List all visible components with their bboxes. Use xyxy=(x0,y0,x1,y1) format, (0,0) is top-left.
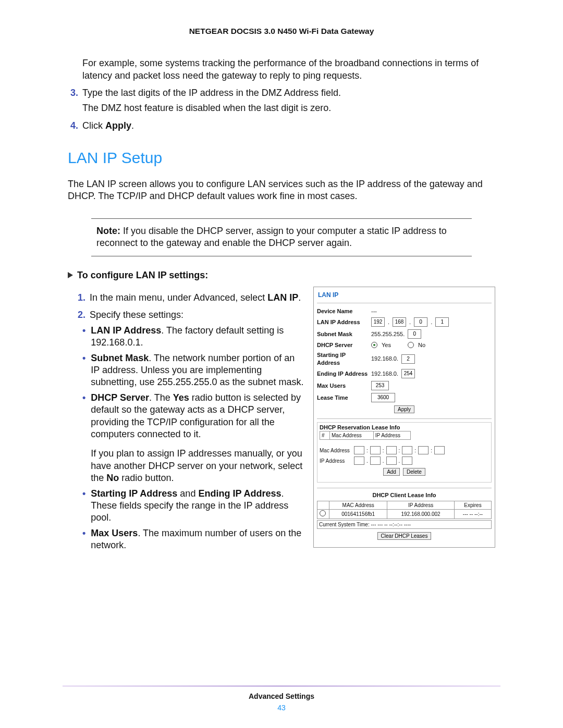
heading-lan-ip-setup: LAN IP Setup xyxy=(68,147,495,168)
s1-pre: In the main menu, under Advanced, select xyxy=(90,292,267,303)
ip-octet-3[interactable] xyxy=(414,317,427,327)
res-ip-3[interactable] xyxy=(386,456,397,465)
mac-6[interactable] xyxy=(434,446,445,454)
max-users-label: Max Users xyxy=(317,382,368,389)
b3-mid1: . The xyxy=(149,392,173,403)
b3-p2b: radio button. xyxy=(119,473,174,483)
task-heading-text: To configure LAN IP settings: xyxy=(77,269,208,281)
bullet-icon: • xyxy=(82,527,85,552)
mac-2[interactable] xyxy=(370,446,381,454)
row-lan-ip-address: LAN IP Address . . . xyxy=(317,317,492,327)
col-ip: IP Address xyxy=(373,431,410,440)
bullet-icon: • xyxy=(82,488,85,524)
end-ip-last[interactable] xyxy=(401,369,415,378)
start-ip-last[interactable] xyxy=(401,354,415,364)
col-hash: # xyxy=(320,431,330,440)
step-number: 1. xyxy=(75,292,85,304)
dhcp-yes-radio[interactable] xyxy=(371,342,377,348)
s2-text: Specify these settings: xyxy=(90,309,304,321)
client-ip: 192.168.000.002 xyxy=(387,510,455,519)
client-col-exp: Expires xyxy=(454,501,491,510)
system-time: Current System Time: --- --- -- --:--:--… xyxy=(317,520,492,529)
ip-octet-1[interactable] xyxy=(371,317,385,327)
add-button[interactable]: Add xyxy=(383,468,400,476)
dhcp-reservation-section: DHCP Reservation Lease Info # Mac Addres… xyxy=(317,422,492,483)
b4-bold2: Ending IP Address xyxy=(198,488,281,499)
bullet-icon: • xyxy=(82,352,85,389)
footer-rule xyxy=(63,686,500,686)
delete-button[interactable]: Delete xyxy=(403,468,425,476)
note-label: Note: xyxy=(96,226,120,236)
b3-p2-bold: No xyxy=(106,473,119,483)
step-4-bold: Apply xyxy=(105,120,131,131)
ip-octet-4[interactable] xyxy=(435,317,449,327)
step-4-pre: Click xyxy=(82,120,105,131)
b3-bold2: Yes xyxy=(173,392,189,403)
end-ip-label: Ending IP Address xyxy=(317,370,368,377)
end-ip-prefix: 192.168.0. xyxy=(371,370,398,377)
bullet-subnet-mask: • Subnet Mask. The network number portio… xyxy=(82,352,304,389)
apply-button[interactable]: Apply xyxy=(394,405,414,413)
row-starting-ip: Starting IP Address 192.168.0. xyxy=(317,351,492,366)
bullet-icon: • xyxy=(82,325,85,349)
subnet-prefix: 255.255.255. xyxy=(371,330,405,338)
s1-post: . xyxy=(298,292,301,303)
mac-address-row: Mac Address : : : : : xyxy=(320,446,489,454)
footer-section: Advanced Settings xyxy=(63,692,500,701)
client-col-ip: IP Address xyxy=(387,501,455,510)
mac-5[interactable] xyxy=(418,446,429,454)
row-dhcp-server: DHCP Server Yes No xyxy=(317,341,492,349)
mac-3[interactable] xyxy=(386,446,397,454)
dhcp-no-label: No xyxy=(418,341,425,349)
res-ip-label: IP Address xyxy=(320,458,352,464)
s1-bold: LAN IP xyxy=(267,292,298,303)
col-mac: Mac Address xyxy=(330,431,374,440)
page-footer: Advanced Settings 43 xyxy=(63,686,500,712)
arrow-icon xyxy=(68,272,73,278)
step-3-text: Type the last digits of the IP address i… xyxy=(82,87,495,99)
res-ip-1[interactable] xyxy=(354,456,364,465)
b5-bold: Max Users xyxy=(91,528,138,538)
lease-time-input[interactable] xyxy=(371,393,395,402)
client-mac: 001641156fb1 xyxy=(329,510,387,519)
row-ending-ip: Ending IP Address 192.168.0. xyxy=(317,369,492,378)
ip-octet-2[interactable] xyxy=(393,317,406,327)
row-lease-time: Lease Time xyxy=(317,393,492,402)
res-ip-2[interactable] xyxy=(370,456,381,465)
client-row-radio[interactable] xyxy=(320,510,326,516)
dhcp-yes-label: Yes xyxy=(382,341,391,349)
lan-ip-description: The LAN IP screen allows you to configur… xyxy=(68,178,495,203)
reservation-title: DHCP Reservation Lease Info xyxy=(320,424,489,431)
client-col-mac: MAC Address xyxy=(329,501,387,510)
config-step-2: 2. Specify these settings: xyxy=(75,309,304,321)
start-ip-prefix: 192.168.0. xyxy=(371,355,398,362)
max-users-input[interactable] xyxy=(371,381,389,390)
footer-page-number: 43 xyxy=(63,703,500,712)
step-number: 2. xyxy=(75,309,85,321)
res-ip-4[interactable] xyxy=(402,456,412,465)
mac-1[interactable] xyxy=(354,446,364,454)
step-4: 4. Click Apply. xyxy=(68,120,495,132)
subnet-last-octet[interactable] xyxy=(408,329,421,339)
clear-dhcp-leases-button[interactable]: Clear DHCP Leases xyxy=(377,532,432,540)
row-subnet-mask: Subnet Mask 255.255.255. xyxy=(317,329,492,339)
device-name-label: Device Name xyxy=(317,307,368,315)
config-step-1: 1. In the main menu, under Advanced, sel… xyxy=(75,292,304,304)
step-number: 3. xyxy=(68,87,78,115)
table-row: 001641156fb1 192.168.000.002 --- -- --:-… xyxy=(317,510,492,519)
start-ip-label: Starting IP Address xyxy=(317,351,368,366)
page-header-title: NETGEAR DOCSIS 3.0 N450 Wi-Fi Data Gatew… xyxy=(68,26,495,36)
bullet-max-users: • Max Users. The maximum number of users… xyxy=(82,527,304,552)
note-text: If you disable the DHCP server, assign t… xyxy=(96,226,447,248)
lease-time-label: Lease Time xyxy=(317,394,368,401)
row-device-name: Device Name --- xyxy=(317,307,492,315)
device-name-value: --- xyxy=(371,307,377,315)
task-heading: To configure LAN IP settings: xyxy=(68,269,495,281)
b1-bold: LAN IP Address xyxy=(91,325,161,336)
lan-ip-label: LAN IP Address xyxy=(317,318,368,326)
b2-bold: Subnet Mask xyxy=(91,353,149,363)
dhcp-no-radio[interactable] xyxy=(408,342,414,348)
mac-4[interactable] xyxy=(402,446,412,454)
bullet-dhcp-server: • DHCP Server. The Yes radio button is s… xyxy=(82,392,304,485)
b4-mid: and xyxy=(177,488,198,499)
